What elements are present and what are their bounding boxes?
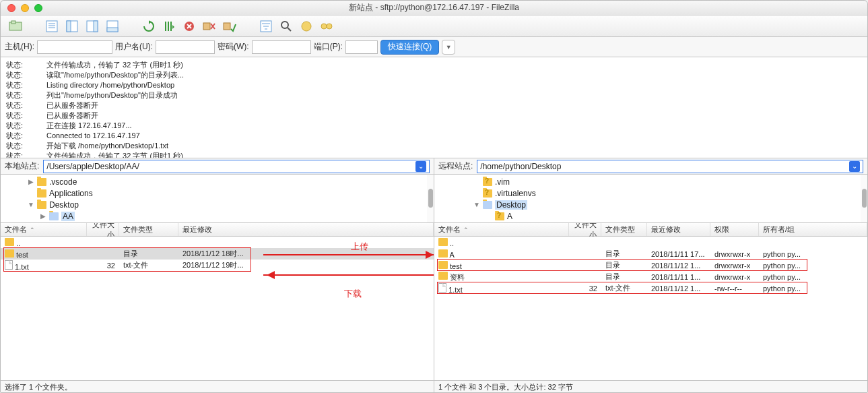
- list-row[interactable]: ..: [1, 237, 434, 248]
- col-owner[interactable]: 所有者/组: [759, 223, 867, 236]
- disclosure-icon[interactable]: ▼: [473, 201, 480, 208]
- log-message: 已从服务器断开: [46, 100, 98, 111]
- reconnect-button[interactable]: [222, 18, 238, 34]
- remote-tree[interactable]: .vim.virtualenvs▼DesktopA: [434, 175, 867, 223]
- toggle-remote-tree-button[interactable]: [84, 18, 100, 34]
- disclosure-icon[interactable]: ▶: [28, 178, 34, 185]
- cell-type: 目录: [601, 249, 647, 259]
- local-path-input[interactable]: /Users/apple/Desktop/AA/ ⌄: [43, 160, 430, 173]
- minimize-window-button[interactable]: [21, 4, 29, 12]
- log-message: 正在连接 172.16.47.197...: [46, 121, 132, 131]
- folder-icon: [438, 238, 448, 246]
- cell-name: ..: [1, 238, 87, 247]
- tree-item-label: .vim: [495, 177, 510, 187]
- col-modified[interactable]: 最近修改: [178, 223, 434, 236]
- folder-icon: [495, 212, 504, 220]
- search-button[interactable]: [278, 18, 294, 34]
- tree-item[interactable]: .vim: [437, 176, 865, 187]
- svg-rect-11: [107, 28, 118, 32]
- tree-item[interactable]: ▼Desktop: [3, 199, 431, 210]
- cell-owner: python py...: [759, 273, 867, 281]
- col-size[interactable]: 文件大小: [569, 223, 601, 236]
- scrollbar[interactable]: [861, 175, 867, 222]
- list-row[interactable]: ..: [434, 237, 867, 248]
- cancel-button[interactable]: [181, 18, 197, 34]
- col-name[interactable]: 文件名: [434, 223, 569, 236]
- tree-item[interactable]: ▶AA: [3, 210, 431, 222]
- svg-point-27: [327, 24, 332, 29]
- log-message: 文件传输成功，传输了 32 字节 (用时1 秒): [46, 60, 183, 70]
- list-row[interactable]: A目录2018/11/11 17...drwxrwxr-xpython py..…: [434, 248, 867, 260]
- tree-item[interactable]: .virtualenvs: [437, 187, 865, 199]
- local-file-list[interactable]: .. test目录2018/11/12 18时... 1.txt32txt-文件…: [1, 237, 434, 380]
- tree-item-label: Desktop: [495, 200, 527, 210]
- svg-rect-2: [46, 21, 57, 32]
- col-size[interactable]: 文件大小: [87, 223, 119, 236]
- cell-permissions: drwxrwxr-x: [710, 273, 759, 281]
- cell-type: 目录: [119, 249, 178, 259]
- scrollbar-thumb[interactable]: [428, 189, 433, 208]
- log-message: 文件传输成功，传输了 32 字节 (用时1 秒): [46, 151, 183, 158]
- remote-file-list[interactable]: .. A目录2018/11/11 17...drwxrwxr-xpython p…: [434, 237, 867, 380]
- col-name[interactable]: 文件名: [1, 223, 87, 236]
- log-message: 读取"/home/python/Desktop"的目录列表...: [46, 70, 184, 80]
- local-tree[interactable]: ▶.vscodeApplications▼Desktop▶AA: [1, 175, 434, 223]
- tree-item-label: Applications: [49, 189, 93, 198]
- filter-button[interactable]: [258, 18, 274, 34]
- svg-line-24: [288, 28, 291, 31]
- close-window-button[interactable]: [7, 4, 15, 12]
- folder-icon: [483, 178, 492, 186]
- message-log[interactable]: 状态:文件传输成功，传输了 32 字节 (用时1 秒)状态:读取"/home/p…: [1, 57, 867, 158]
- tree-item[interactable]: Applications: [3, 187, 431, 199]
- remote-pane: .vim.virtualenvs▼DesktopA 文件名 文件大小 文件类型 …: [434, 175, 867, 380]
- quickconnect-bar: 主机(H): 用户名(U): 密码(W): 端口(P): 快速连接(Q) ▼: [1, 37, 867, 57]
- disconnect-button[interactable]: [201, 18, 218, 34]
- maximize-window-button[interactable]: [34, 4, 42, 12]
- disclosure-icon[interactable]: ▼: [28, 201, 34, 208]
- list-row[interactable]: test目录2018/11/12 18时...: [1, 248, 434, 260]
- list-row[interactable]: 资料目录2018/11/11 1...drwxrwxr-xpython py..…: [434, 271, 867, 282]
- log-label: 状态:: [6, 131, 30, 141]
- password-input[interactable]: [252, 40, 311, 54]
- log-message: Connected to 172.16.47.197: [46, 131, 140, 141]
- col-type[interactable]: 文件类型: [119, 223, 178, 236]
- cell-name: 1.txt: [1, 260, 87, 271]
- log-message: 列出"/home/python/Desktop"的目录成功: [46, 90, 178, 100]
- tree-item[interactable]: A: [437, 210, 865, 222]
- toggle-log-button[interactable]: [44, 18, 60, 34]
- quickconnect-dropdown[interactable]: ▼: [442, 40, 455, 55]
- col-type[interactable]: 文件类型: [601, 223, 647, 236]
- cell-modified: 2018/11/11 17...: [647, 250, 710, 258]
- list-row[interactable]: test目录2018/11/12 1...drwxrwxr-xpython py…: [434, 260, 867, 271]
- list-row[interactable]: 1.txt32txt-文件2018/11/12 19时...: [1, 260, 434, 271]
- port-label: 端口(P):: [314, 41, 343, 53]
- scrollbar-thumb[interactable]: [862, 189, 867, 208]
- process-queue-button[interactable]: [161, 18, 177, 34]
- svg-point-25: [302, 22, 311, 31]
- host-input[interactable]: [37, 40, 112, 54]
- tree-item[interactable]: ▼Desktop: [437, 199, 865, 210]
- local-list-header: 文件名 文件大小 文件类型 最近修改: [1, 223, 434, 237]
- port-input[interactable]: [345, 40, 378, 54]
- col-modified[interactable]: 最近修改: [647, 223, 710, 236]
- download-label: 下载: [344, 288, 362, 300]
- svg-rect-9: [94, 21, 98, 32]
- disclosure-icon[interactable]: ▶: [40, 212, 46, 220]
- compare-button[interactable]: [298, 18, 314, 34]
- username-input[interactable]: [156, 40, 215, 54]
- titlebar: 新站点 - sftp://python@172.16.47.197 - File…: [1, 1, 867, 16]
- scrollbar[interactable]: [427, 175, 434, 222]
- list-row[interactable]: 1.txt32txt-文件2018/11/12 1...-rw-r--r--py…: [434, 282, 867, 294]
- toggle-local-tree-button[interactable]: [64, 18, 80, 34]
- remote-path-input[interactable]: /home/python/Desktop ⌄: [477, 160, 863, 173]
- toggle-queue-button[interactable]: [104, 18, 121, 34]
- quickconnect-button[interactable]: 快速连接(Q): [380, 40, 439, 55]
- cell-permissions: -rw-r--r--: [710, 284, 759, 293]
- folder-icon: [5, 238, 14, 246]
- site-manager-button[interactable]: [7, 18, 24, 34]
- col-permissions[interactable]: 权限: [710, 223, 759, 236]
- sync-browsing-button[interactable]: [319, 18, 335, 34]
- tree-item[interactable]: ▶.vscode: [3, 176, 431, 187]
- cell-type: 目录: [601, 272, 647, 282]
- refresh-button[interactable]: [141, 18, 157, 34]
